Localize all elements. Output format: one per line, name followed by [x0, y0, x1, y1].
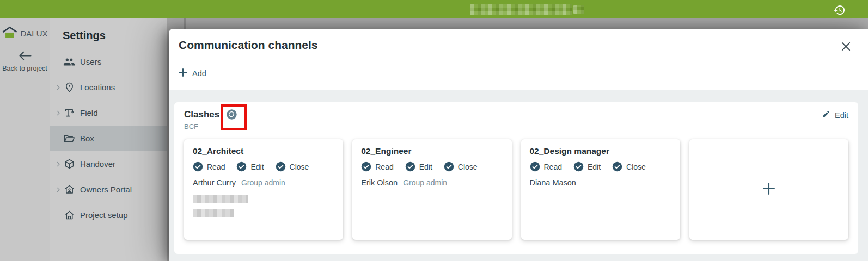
plus-icon: [179, 68, 187, 79]
chevron-right-icon: [53, 84, 63, 91]
edit-button-label: Edit: [835, 111, 848, 120]
group-cards: 02_Architect Read Edit Close Arthur Curr…: [184, 139, 848, 240]
permission-close: Close: [276, 161, 309, 172]
permission-read: Read: [193, 161, 225, 172]
redacted-member-name: [193, 195, 248, 203]
dalux-house-icon: [2, 26, 18, 41]
sidebar-item-owners-portal[interactable]: Owners Portal: [50, 177, 167, 202]
users-icon: [63, 56, 75, 68]
settings-title: Settings: [50, 18, 167, 42]
sphere-model-icon: [226, 109, 237, 120]
crane-icon: [63, 107, 75, 119]
permission-edit: Edit: [573, 161, 601, 172]
channel-section-clashes: Clashes BCF Edit 02_Architect Read: [174, 102, 858, 254]
edit-section-button[interactable]: Edit: [822, 110, 848, 121]
section-title: Clashes: [184, 109, 219, 120]
back-arrow-icon: [17, 54, 33, 63]
member-role-badge: Group admin: [241, 178, 285, 187]
sidebar-item-locations[interactable]: Locations: [50, 74, 167, 100]
permission-edit: Edit: [405, 161, 432, 172]
sidebar-item-label: Box: [80, 134, 94, 143]
left-rail: DALUX Back to project: [0, 18, 50, 261]
member-role-badge: Group admin: [403, 178, 447, 187]
group-card-design-manager: 02_Design manager Read Edit Close Diana …: [521, 139, 680, 240]
chevron-right-icon: [53, 187, 63, 193]
house-icon: [63, 209, 75, 221]
sidebar-item-label: Handover: [80, 159, 115, 169]
member-name: Erik Olson: [361, 178, 398, 187]
member-name: Diana Mason: [530, 178, 576, 187]
open-folder-icon: [63, 133, 75, 145]
permissions-row: Read Edit Close: [193, 161, 334, 172]
close-icon[interactable]: [840, 40, 852, 52]
settings-menu: Users Locations Field Box: [50, 49, 167, 228]
member-row: Arthur Curry Group admin: [193, 178, 334, 187]
sidebar-item-project-setup[interactable]: Project setup: [50, 202, 167, 228]
dalux-logo-text: DALUX: [20, 29, 47, 38]
background-panel-divider: [184, 18, 186, 29]
location-pin-icon: [63, 82, 75, 94]
group-card-title: 02_Architect: [193, 146, 334, 156]
house-person-icon: [63, 184, 75, 196]
top-bar: [0, 0, 868, 18]
permission-read: Read: [361, 161, 393, 172]
group-card-title: 02_Engineer: [361, 146, 503, 156]
modal-title: Communication channels: [179, 39, 318, 52]
section-type-label: BCF: [184, 122, 848, 130]
dalux-logo: DALUX: [0, 26, 50, 41]
section-header: Clashes: [184, 109, 848, 120]
back-to-project-button[interactable]: Back to project: [0, 50, 50, 73]
permissions-row: Read Edit Close: [530, 161, 671, 172]
sidebar-item-label: Field: [80, 108, 98, 117]
settings-sidebar: Settings Users Locations Fiel: [50, 18, 167, 261]
chevron-right-icon: [53, 110, 63, 116]
permission-read: Read: [530, 161, 562, 172]
history-icon[interactable]: [833, 4, 846, 17]
sidebar-item-field[interactable]: Field: [50, 100, 167, 126]
sidebar-item-label: Project setup: [80, 210, 128, 220]
redacted-topbar-item: [573, 5, 584, 14]
redacted-project-name: [470, 4, 572, 15]
sidebar-item-label: Owners Portal: [80, 185, 132, 194]
sidebar-item-label: Users: [80, 57, 101, 66]
member-row: Erik Olson Group admin: [361, 178, 503, 187]
group-card-engineer: 02_Engineer Read Edit Close Erik Olson G…: [352, 139, 511, 240]
plus-icon: [762, 182, 775, 197]
member-name: Arthur Curry: [193, 178, 236, 187]
add-channel-button[interactable]: Add: [179, 68, 206, 79]
communication-channels-modal: Communication channels Add Clashes BCF E…: [169, 29, 868, 261]
add-group-card[interactable]: [689, 139, 848, 240]
permission-edit: Edit: [236, 161, 264, 172]
sidebar-item-label: Locations: [80, 83, 115, 92]
permissions-row: Read Edit Close: [361, 161, 503, 172]
chevron-right-icon: [53, 161, 63, 167]
member-row: Diana Mason: [530, 178, 671, 187]
cube-icon: [63, 158, 75, 170]
sidebar-item-box[interactable]: Box: [50, 126, 167, 151]
modal-body: Clashes BCF Edit 02_Architect Read: [169, 90, 868, 261]
pencil-icon: [822, 110, 830, 121]
sidebar-item-users[interactable]: Users: [50, 49, 167, 74]
add-button-label: Add: [192, 69, 206, 78]
sidebar-item-handover[interactable]: Handover: [50, 151, 167, 177]
redacted-member-name: [193, 209, 234, 217]
group-card-title: 02_Design manager: [530, 146, 671, 156]
permission-close: Close: [612, 161, 646, 172]
permission-close: Close: [444, 161, 478, 172]
group-card-architect: 02_Architect Read Edit Close Arthur Curr…: [184, 139, 343, 240]
back-to-project-label: Back to project: [0, 65, 50, 73]
